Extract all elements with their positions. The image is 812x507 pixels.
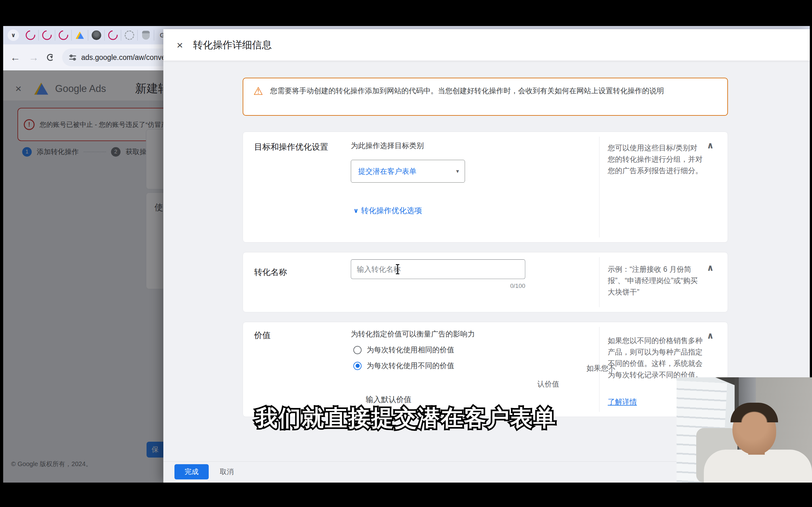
refresh-red-icon <box>23 29 37 42</box>
goal-card-label: 目标和操作优化设置 <box>254 142 328 153</box>
radio-diff-label: 为每次转化使用不同的价值 <box>367 361 454 371</box>
optimization-options-label: 转化操作优化选项 <box>361 206 422 216</box>
goal-prompt: 为此操作选择目标类别 <box>351 141 424 151</box>
goal-help-text: 您可以使用这些目标/类别对您的转化操作进行分组，并对您的广告系列报告进行细分。 <box>608 142 704 176</box>
text-cursor-icon <box>397 264 398 274</box>
done-button[interactable]: 完成 <box>174 464 209 480</box>
column-divider <box>599 257 599 307</box>
refresh-red-icon <box>56 29 70 42</box>
cancel-button[interactable]: 取消 <box>220 464 234 480</box>
name-card-label: 转化名称 <box>254 267 287 278</box>
browser-tab[interactable] <box>105 30 121 41</box>
browser-tab[interactable] <box>72 30 88 41</box>
dialog-title: 转化操作详细信息 <box>193 38 272 52</box>
chevron-down-icon: ∨ <box>354 207 359 214</box>
goal-category-dropdown[interactable]: 提交潜在客户表单 ▾ <box>351 160 465 183</box>
reload-icon[interactable] <box>47 54 54 61</box>
name-help-text: 示例：“注册接收 6 月份简报”、“申请经理岗位”或“购买大块饼干” <box>608 264 704 298</box>
radio-same-value[interactable]: 为每次转化使用相同的价值 <box>354 345 454 355</box>
learn-more-link[interactable]: 了解详情 <box>608 397 637 407</box>
refresh-red-icon <box>40 29 53 42</box>
value-prompt: 为转化指定价值可以衡量广告的影响力 <box>351 329 475 339</box>
loading-gray-icon <box>125 31 134 40</box>
radio-unchecked-icon[interactable] <box>354 346 362 354</box>
value-card-label: 价值 <box>254 330 271 341</box>
browser-tab[interactable] <box>22 30 39 41</box>
chevron-down-icon: ∨ <box>11 32 16 39</box>
value-card: 价值 为转化指定价值可以衡量广告的影响力 为每次转化使用相同的价值 为每次转化使… <box>242 322 728 417</box>
ads-logo-icon <box>76 32 84 39</box>
forward-icon[interactable]: → <box>29 52 39 62</box>
column-divider <box>599 327 599 412</box>
conversion-name-card: 转化名称 0/100 示例：“注册接收 6 月份简报”、“申请经理岗位”或“购买… <box>242 252 728 312</box>
radio-different-value[interactable]: 为每次转化使用不同的价值 <box>354 361 454 371</box>
screenshot-stage: ∨ × + × ← → ads.google.com/aw/conversion… <box>0 0 812 507</box>
collapse-chevron-icon[interactable]: ∧ <box>707 330 714 341</box>
char-counter: 0/100 <box>497 283 525 289</box>
browser-tab[interactable] <box>138 30 154 41</box>
notice-text: 您需要将手动创建的转化操作添加到网站的代码中。当您创建好转化操作时，会收到有关如… <box>270 85 714 96</box>
conversion-name-field-wrap <box>351 259 525 279</box>
radio-checked-icon[interactable] <box>354 362 362 370</box>
refresh-red-icon <box>106 29 119 42</box>
dialog-close-icon[interactable]: × <box>177 40 183 50</box>
column-divider <box>599 137 599 237</box>
value-help-text: 如果您以不同的价格销售多种产品，则可以为每种产品指定不同的价值。这样，系统就会为… <box>608 335 704 381</box>
warning-triangle-icon: ⚠ <box>254 85 263 97</box>
radio-same-label: 为每次转化使用相同的价值 <box>367 345 454 355</box>
obscured-text-fragment: 认价值 <box>537 379 559 389</box>
dropdown-value: 提交潜在客户表单 <box>358 166 456 176</box>
goal-settings-card: 目标和操作优化设置 为此操作选择目标类别 提交潜在客户表单 ▾ ∨ 转化操作优化… <box>242 131 728 242</box>
caret-down-icon: ▾ <box>456 168 459 175</box>
globe-dark-icon <box>92 31 101 40</box>
browser-tab[interactable] <box>121 30 138 41</box>
browser-tab[interactable] <box>88 30 105 41</box>
collapse-chevron-icon[interactable]: ∧ <box>707 140 714 151</box>
manual-setup-notice: ⚠ 您需要将手动创建的转化操作添加到网站的代码中。当您创建好转化操作时，会收到有… <box>242 78 728 116</box>
shield-gray-icon <box>142 31 150 40</box>
optimization-options-link[interactable]: ∨ 转化操作优化选项 <box>354 206 422 216</box>
site-settings-icon[interactable] <box>68 53 77 61</box>
video-subtitle: 我们就直接提交潜在客户表单 <box>256 403 557 433</box>
conversion-name-input[interactable] <box>351 259 525 279</box>
webcam-overlay <box>676 377 812 483</box>
tab-search-button[interactable]: ∨ <box>8 30 19 41</box>
collapse-chevron-icon[interactable]: ∧ <box>707 263 714 273</box>
dialog-titlebar: × 转化操作详细信息 <box>163 29 810 61</box>
back-icon[interactable]: ← <box>10 52 20 62</box>
browser-tab[interactable] <box>55 30 72 41</box>
browser-tab[interactable] <box>39 30 55 41</box>
